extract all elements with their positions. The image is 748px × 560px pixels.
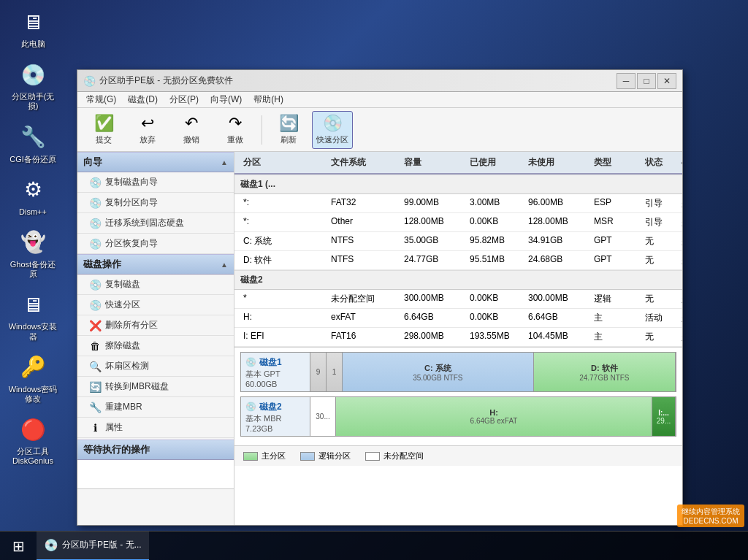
disk1-row1-type: MSR <box>591 215 642 230</box>
sidebar-item-quick-partition[interactable]: 💿 快速分区 <box>77 295 234 315</box>
disk1-visual-name: 💿 磁盘1 <box>245 356 305 369</box>
taskbar-app-item[interactable]: 💿 分区助手PE版 - 无... <box>37 532 149 561</box>
minimize-button[interactable]: ─ <box>617 73 636 89</box>
maximize-button[interactable]: □ <box>637 73 656 89</box>
desktop-icon-ghost-backup[interactable]: 👻 Ghost备份还原 <box>7 228 58 279</box>
disk1-partition-row-0[interactable]: *: FAT32 99.00MB 3.00MB 96.00MB ESP 引导 是 <box>234 194 682 213</box>
menu-general[interactable]: 常规(G) <box>80 92 122 108</box>
sidebar-item-partition-recovery[interactable]: 💿 分区恢复向导 <box>77 234 234 254</box>
disk1-vis-soft[interactable]: D: 软件 24.77GB NTFS <box>534 353 676 391</box>
disk1-visual-row: 💿 磁盘1 基本 GPT 60.00GB 9 <box>240 352 676 392</box>
toolbar-undo[interactable]: ↶ 撤销 <box>171 111 212 149</box>
menu-wizard[interactable]: 向导(W) <box>205 92 248 108</box>
sidebar-item-convert-mbr[interactable]: 🔄 转换到MBR磁盘 <box>77 377 234 397</box>
convert-mbr-label: 转换到MBR磁盘 <box>105 380 169 393</box>
col-partition: 分区 <box>240 155 328 170</box>
sidebar-wizard-title: 向导 <box>83 156 102 169</box>
disk1-vis-msr-sublabel: 1 <box>332 368 337 376</box>
disk1-info-panel: 💿 磁盘1 基本 GPT 60.00GB <box>241 353 310 391</box>
disk2-row0-capacity: 300.00MB <box>401 291 467 307</box>
toolbar-redo[interactable]: ↷ 重做 <box>215 111 256 149</box>
disk2-vis-unalloc[interactable]: 30... <box>310 397 336 436</box>
disk1-vis-sys-label: C: 系统 <box>424 363 451 374</box>
watermark: 继续内容管理系统DEDECNS.COM <box>677 505 744 527</box>
disk1-row3-fs: NTFS <box>328 253 401 268</box>
disk1-partition-row-2[interactable]: C: 系统 NTFS 35.00GB 95.82MB 34.91GB GPT 无… <box>234 232 682 251</box>
disk2-partition-row-0[interactable]: * 未分配空间 300.00MB 0.00KB 300.00MB 逻辑 无 是 <box>234 290 682 309</box>
disk2-row2-capacity: 298.00MB <box>401 329 467 345</box>
disk1-row0-fs: FAT32 <box>328 196 401 211</box>
disk2-partitions-visual: 30... H: 6.64GB exFAT I:... 29... <box>310 397 676 436</box>
disk1-row1-4k: 是 <box>679 215 682 230</box>
disk2-row1-4k: 是 <box>679 310 682 326</box>
desktop-icon-partition-assistant[interactable]: 💿 分区助手(无损) <box>7 60 58 111</box>
disk1-vis-msr[interactable]: 1 <box>327 353 343 391</box>
disk1-row3-type: GPT <box>591 253 642 268</box>
delete-all-partitions-label: 删除所有分区 <box>105 319 158 331</box>
quick-partition-icon2: 💿 <box>89 299 101 311</box>
sidebar-item-bad-sector-check[interactable]: 🔍 坏扇区检测 <box>77 356 234 377</box>
disk1-visual-type: 基本 GPT <box>245 369 305 380</box>
desktop-icon-windows-installer[interactable]: 🖥 Windows安装器 <box>7 290 58 341</box>
disk1-row2-free: 34.91GB <box>525 234 591 249</box>
partition-assistant-label: 分区助手(无损) <box>7 92 58 111</box>
col-status: 状态 <box>642 155 679 170</box>
disk1-vis-esp[interactable]: 9 <box>310 353 327 391</box>
toolbar-quick-partition[interactable]: 💿 快速分区 <box>312 111 353 149</box>
main-content-area: 分区 文件系统 容量 已使用 未使用 类型 状态 4KB对齐 磁盘1 (... … <box>234 152 682 525</box>
sidebar-item-migrate-system[interactable]: 💿 迁移系统到固态硬盘 <box>77 213 234 234</box>
pending-ops-title: 等待执行的操作 <box>83 444 150 455</box>
my-computer-icon: 🖥 <box>18 7 47 37</box>
desktop-icon-cgi-backup[interactable]: 🔧 CGI备份还原 <box>7 123 58 164</box>
sidebar-item-copy-disk-wizard[interactable]: 💿 复制磁盘向导 <box>77 172 234 193</box>
disk1-row2-status: 无 <box>642 234 679 249</box>
close-button[interactable]: ✕ <box>657 73 676 89</box>
sidebar-item-delete-all-partitions[interactable]: ❌ 删除所有分区 <box>77 315 234 336</box>
disk2-row1-partition: H: <box>240 310 328 326</box>
desktop-icon-windows-password[interactable]: 🔑 Windows密码修改 <box>7 353 58 404</box>
sidebar-item-wipe-disk[interactable]: 🗑 擦除磁盘 <box>77 336 234 356</box>
disk1-row2-partition: C: 系统 <box>240 234 328 249</box>
ghost-backup-label: Ghost备份还原 <box>7 260 58 279</box>
menu-partition[interactable]: 分区(P) <box>164 92 205 108</box>
sidebar-item-properties[interactable]: ℹ 属性 <box>77 418 234 438</box>
sidebar-wizard-header[interactable]: 向导 ▲ <box>77 152 234 172</box>
toolbar-submit[interactable]: ✅ 提交 <box>83 111 124 149</box>
rebuild-mbr-icon: 🔧 <box>89 402 101 413</box>
disk1-vis-esp-sublabel: 9 <box>316 368 321 376</box>
disk1-partitions-visual: 9 1 C: 系统 35.00GB NTFS D: 软件 <box>310 353 676 391</box>
disk1-partition-row-3[interactable]: D: 软件 NTFS 24.77GB 95.51MB 24.68GB GPT 无… <box>234 251 682 270</box>
disk1-partition-row-1[interactable]: *: Other 128.00MB 0.00KB 128.00MB MSR 引导… <box>234 213 682 232</box>
sidebar-disk-ops-header[interactable]: 磁盘操作 ▲ <box>77 254 234 275</box>
disk2-info-panel: 💿 磁盘2 基本 MBR 7.23GB <box>241 397 310 436</box>
desktop-icon-my-computer[interactable]: 🖥 此电脑 <box>7 7 58 49</box>
sidebar-item-copy-partition-wizard[interactable]: 💿 复制分区向导 <box>77 193 234 213</box>
disk1-row1-fs: Other <box>328 215 401 230</box>
disk1-row3-free: 24.68GB <box>525 253 591 268</box>
disk2-partition-row-1[interactable]: H: exFAT 6.64GB 0.00KB 6.64GB 主 活动 是 <box>234 309 682 328</box>
diskgenius-label: 分区工具DiskGenius <box>7 447 58 466</box>
sidebar-item-rebuild-mbr[interactable]: 🔧 重建MBR <box>77 397 234 418</box>
start-button[interactable]: ⊞ <box>0 532 37 561</box>
toolbar-refresh[interactable]: 🔄 刷新 <box>268 111 309 149</box>
desktop-icon-dism[interactable]: ⚙ Dism++ <box>7 175 58 217</box>
ghost-backup-icon: 👻 <box>18 228 47 257</box>
disk2-partition-row-2[interactable]: I: EFI FAT16 298.00MB 193.55MB 104.45MB … <box>234 328 682 347</box>
disk2-visual-type: 基本 MBR <box>245 413 305 424</box>
cgi-backup-icon: 🔧 <box>18 123 47 152</box>
toolbar-discard[interactable]: ↩ 放弃 <box>127 111 168 149</box>
quick-partition-icon: 💿 <box>323 114 343 133</box>
my-computer-label: 此电脑 <box>21 39 45 49</box>
disk2-vis-i[interactable]: I:... 29... <box>652 397 676 436</box>
legend-logic-partition: 逻辑分区 <box>300 450 351 461</box>
menu-disk[interactable]: 磁盘(D) <box>122 92 164 108</box>
sidebar-item-copy-disk[interactable]: 💿 复制磁盘 <box>77 275 234 295</box>
disk1-vis-sys[interactable]: C: 系统 35.00GB NTFS <box>343 353 534 391</box>
disk2-vis-h[interactable]: H: 6.64GB exFAT <box>336 397 652 436</box>
refresh-label: 刷新 <box>280 134 297 145</box>
disk2-row1-free: 6.64GB <box>525 310 591 326</box>
content-area: 向导 ▲ 💿 复制磁盘向导 💿 复制分区向导 💿 迁移系统到固态硬盘 💿 <box>77 152 682 525</box>
menu-help[interactable]: 帮助(H) <box>248 92 289 108</box>
quick-partition-label2: 快速分区 <box>105 299 140 311</box>
desktop-icon-diskgenius[interactable]: 🔴 分区工具DiskGenius <box>7 415 58 466</box>
